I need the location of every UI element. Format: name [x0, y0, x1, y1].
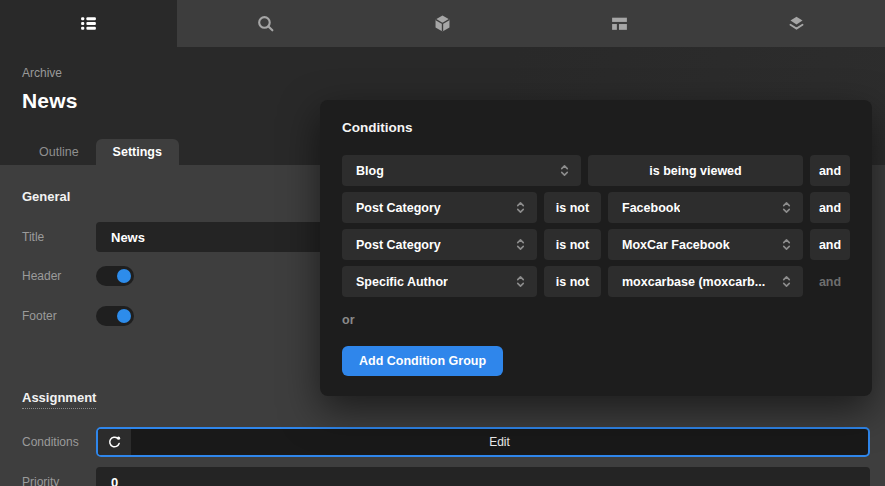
select-value-label: Post Category [356, 201, 441, 215]
select-value-label: Blog [356, 164, 384, 178]
conditions-edit-button[interactable]: Edit [96, 427, 870, 457]
condition-select[interactable]: Specific Author [342, 266, 537, 297]
list-icon [79, 14, 98, 33]
top-tab-outline[interactable] [0, 0, 177, 47]
condition-select[interactable]: Post Category [342, 192, 537, 223]
conditions-popup: Conditions Blogis being viewedandPost Ca… [320, 100, 872, 396]
top-tab-layers[interactable] [708, 0, 885, 47]
condition-select[interactable]: Post Category [342, 229, 537, 260]
condition-value[interactable]: is being viewed [588, 155, 803, 186]
or-label: or [342, 313, 850, 327]
condition-row: Post Categoryis notMoxCar Facebookand [342, 229, 850, 260]
condition-row: Blogis being viewedand [342, 155, 850, 186]
condition-select[interactable]: MoxCar Facebook [608, 229, 803, 260]
layout-icon [610, 14, 629, 33]
tab-outline[interactable]: Outline [22, 139, 96, 165]
select-chevron-icon [780, 274, 793, 289]
select-value-label: Post Category [356, 238, 441, 252]
tab-settings[interactable]: Settings [96, 139, 179, 165]
select-value-label: Specific Author [356, 275, 448, 289]
select-chevron-icon [780, 237, 793, 252]
and-label: and [810, 266, 850, 297]
top-tab-search[interactable] [177, 0, 354, 47]
select-chevron-icon [558, 163, 571, 178]
condition-operator-button[interactable]: is not [544, 192, 601, 223]
select-value-label: moxcarbase (moxcarb... [622, 275, 765, 289]
select-chevron-icon [780, 200, 793, 215]
view-tabs: Outline Settings [22, 139, 179, 165]
top-tab-components[interactable] [354, 0, 531, 47]
condition-row: Post Categoryis notFacebookand [342, 192, 850, 223]
condition-rows: Blogis being viewedandPost Categoryis no… [342, 155, 850, 297]
title-label: Title [22, 230, 96, 244]
and-button[interactable]: and [810, 192, 850, 223]
priority-field-row: Priority [22, 467, 870, 486]
footer-toggle[interactable] [96, 306, 134, 326]
rotate-icon-chip [98, 429, 131, 455]
and-button[interactable]: and [810, 229, 850, 260]
condition-operator-button[interactable]: is not [544, 266, 601, 297]
add-condition-group-button[interactable]: Add Condition Group [342, 346, 503, 376]
conditions-label: Conditions [22, 435, 96, 449]
condition-row: Specific Authoris notmoxcarbase (moxcarb… [342, 266, 850, 297]
header-label: Header [22, 269, 96, 283]
conditions-popup-heading: Conditions [342, 120, 850, 135]
select-chevron-icon [514, 274, 527, 289]
condition-select[interactable]: moxcarbase (moxcarb... [608, 266, 803, 297]
edit-button-label: Edit [131, 435, 868, 449]
top-icon-bar [0, 0, 885, 47]
footer-label: Footer [22, 309, 96, 323]
breadcrumb: Archive [22, 47, 885, 80]
layers-icon [787, 14, 806, 33]
top-tab-layout[interactable] [531, 0, 708, 47]
condition-select[interactable]: Blog [342, 155, 581, 186]
toggle-knob [117, 269, 131, 283]
header-toggle[interactable] [96, 266, 134, 286]
conditions-field-row: Conditions Edit [22, 427, 870, 457]
select-value-label: MoxCar Facebook [622, 238, 730, 252]
select-value-label: Facebook [622, 201, 680, 215]
select-chevron-icon [514, 237, 527, 252]
rotate-icon [106, 434, 123, 451]
and-button[interactable]: and [810, 155, 850, 186]
priority-input[interactable] [96, 467, 870, 486]
cube-icon [433, 14, 452, 33]
select-chevron-icon [514, 200, 527, 215]
priority-label: Priority [22, 475, 96, 486]
condition-select[interactable]: Facebook [608, 192, 803, 223]
search-icon [256, 14, 275, 33]
toggle-knob [117, 309, 131, 323]
condition-operator-button[interactable]: is not [544, 229, 601, 260]
